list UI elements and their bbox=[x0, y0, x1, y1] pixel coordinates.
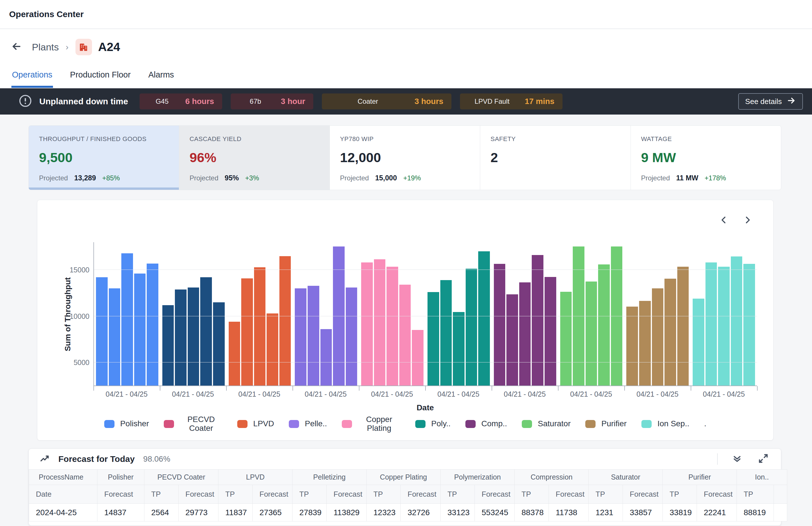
legend-item[interactable]: LPVD bbox=[237, 420, 274, 428]
bar[interactable] bbox=[519, 282, 531, 385]
bar[interactable] bbox=[188, 287, 199, 385]
bar[interactable] bbox=[598, 265, 610, 385]
tab-alarms[interactable]: Alarms bbox=[148, 65, 175, 88]
bar[interactable] bbox=[677, 267, 689, 385]
tab-operations[interactable]: Operations bbox=[11, 65, 53, 88]
legend-item[interactable]: Saturator bbox=[522, 420, 570, 428]
expand-panel-button[interactable] bbox=[756, 452, 770, 466]
kpi-card[interactable]: YP780 WIP12,000Projected15,000+19% bbox=[330, 126, 480, 190]
x-axis-group-label: 04/21 - 04/25 bbox=[624, 386, 691, 398]
downtime-badge[interactable]: LPVD Fault17 mins bbox=[460, 94, 563, 110]
bar[interactable] bbox=[532, 255, 543, 385]
legend-item[interactable]: Ion Sep.. bbox=[641, 420, 689, 428]
bar[interactable] bbox=[731, 256, 742, 385]
bar-group-pelletizing bbox=[293, 242, 359, 385]
bar[interactable] bbox=[506, 294, 518, 385]
downtime-badge[interactable]: Coater3 hours bbox=[322, 94, 451, 110]
kpi-label: THROUGHPUT / FINISHED GOODS bbox=[39, 136, 169, 143]
bar[interactable] bbox=[585, 282, 597, 385]
bar[interactable] bbox=[560, 292, 572, 385]
forecast-header: Forecast for Today 98.06% bbox=[29, 449, 781, 469]
bar[interactable] bbox=[213, 302, 225, 385]
kpi-projected-label: Projected bbox=[39, 174, 68, 182]
bar[interactable] bbox=[718, 267, 730, 385]
x-axis-group-label: 04/21 - 04/25 bbox=[292, 386, 359, 398]
breadcrumb-plants-link[interactable]: Plants bbox=[32, 42, 59, 53]
bar[interactable] bbox=[229, 322, 241, 385]
tab-production-floor[interactable]: Production Floor bbox=[70, 65, 131, 88]
legend-item[interactable]: . bbox=[704, 420, 706, 428]
kpi-card[interactable]: CASCADE YIELD96%Projected95%+3% bbox=[179, 126, 330, 190]
bar[interactable] bbox=[412, 330, 423, 385]
bar[interactable] bbox=[320, 329, 332, 385]
forecast-table: ProcessNamePolisherPECVD CoaterLPVDPelle… bbox=[29, 469, 787, 522]
legend-item[interactable]: Polisher bbox=[104, 420, 149, 428]
bar[interactable] bbox=[374, 259, 386, 385]
bar[interactable] bbox=[241, 279, 253, 385]
legend-item[interactable]: Poly.. bbox=[415, 420, 451, 428]
bar[interactable] bbox=[440, 280, 452, 385]
bar[interactable] bbox=[639, 301, 651, 385]
x-axis-group-label: 04/21 - 04/25 bbox=[359, 386, 425, 398]
badge-label: 67b bbox=[239, 97, 281, 105]
column-group-polisher: Polisher bbox=[97, 470, 144, 485]
downtime-badge[interactable]: G456 hours bbox=[140, 94, 222, 110]
kpi-card[interactable]: WATTAGE9 MWProjected11 MW+178% bbox=[631, 126, 781, 190]
kpi-card[interactable]: SAFETY2 bbox=[480, 126, 630, 190]
collapse-panel-button[interactable] bbox=[730, 452, 744, 466]
bar[interactable] bbox=[279, 256, 291, 385]
bar[interactable] bbox=[665, 279, 676, 385]
bar[interactable] bbox=[162, 305, 174, 385]
bar[interactable] bbox=[626, 307, 638, 385]
legend-item[interactable]: Pelle.. bbox=[289, 420, 327, 428]
back-button[interactable] bbox=[9, 40, 24, 54]
bar[interactable] bbox=[399, 285, 411, 385]
bar[interactable] bbox=[361, 262, 373, 385]
bar[interactable] bbox=[466, 269, 477, 386]
legend-item[interactable]: Purifier bbox=[585, 420, 627, 428]
bar[interactable] bbox=[494, 264, 506, 385]
legend-item[interactable]: Comp.. bbox=[465, 420, 507, 428]
bar[interactable] bbox=[693, 299, 704, 385]
legend-item[interactable]: PECVD Coater bbox=[164, 415, 222, 433]
legend-label: Poly.. bbox=[431, 420, 451, 428]
bar[interactable] bbox=[743, 264, 755, 385]
bar[interactable] bbox=[147, 264, 158, 385]
bar[interactable] bbox=[254, 267, 266, 385]
column-group-polymerization: Polymerization bbox=[440, 470, 514, 485]
legend-item[interactable]: Copper Plating bbox=[342, 415, 401, 433]
bar[interactable] bbox=[175, 289, 187, 385]
kpi-projected-label: Projected bbox=[340, 174, 369, 182]
bar[interactable] bbox=[96, 277, 108, 385]
table-cell: 33123 bbox=[440, 504, 475, 522]
bar[interactable] bbox=[200, 277, 212, 385]
bar[interactable] bbox=[134, 273, 146, 385]
bar[interactable] bbox=[387, 267, 398, 385]
bar[interactable] bbox=[545, 277, 556, 385]
app-title: Operations Center bbox=[9, 10, 84, 19]
chart-prev-button[interactable] bbox=[717, 214, 730, 226]
chevron-right-icon: › bbox=[66, 42, 69, 52]
bar[interactable] bbox=[427, 292, 439, 385]
see-details-button[interactable]: See details bbox=[738, 93, 803, 110]
chart-next-button[interactable] bbox=[741, 214, 754, 226]
bar[interactable] bbox=[706, 262, 717, 385]
bar[interactable] bbox=[121, 253, 133, 385]
bar[interactable] bbox=[478, 251, 490, 385]
bar[interactable] bbox=[453, 312, 465, 385]
bar[interactable] bbox=[109, 288, 120, 385]
bar[interactable] bbox=[346, 287, 358, 385]
bar[interactable] bbox=[308, 286, 319, 385]
bar[interactable] bbox=[266, 313, 278, 385]
badge-label: Coater bbox=[330, 97, 415, 105]
bar[interactable] bbox=[295, 288, 306, 385]
kpi-card[interactable]: THROUGHPUT / FINISHED GOODS9,500Projecte… bbox=[29, 126, 179, 190]
downtime-badge[interactable]: 67b3 hour bbox=[231, 94, 313, 110]
bar-group-ion-separation bbox=[691, 242, 757, 385]
column-group-ion-: Ion.. bbox=[737, 470, 787, 485]
column-header bbox=[774, 485, 787, 504]
legend-swatch bbox=[415, 420, 425, 428]
legend-label: . bbox=[704, 420, 706, 428]
table-cell: 12323 bbox=[366, 504, 401, 522]
bar[interactable] bbox=[652, 288, 664, 385]
